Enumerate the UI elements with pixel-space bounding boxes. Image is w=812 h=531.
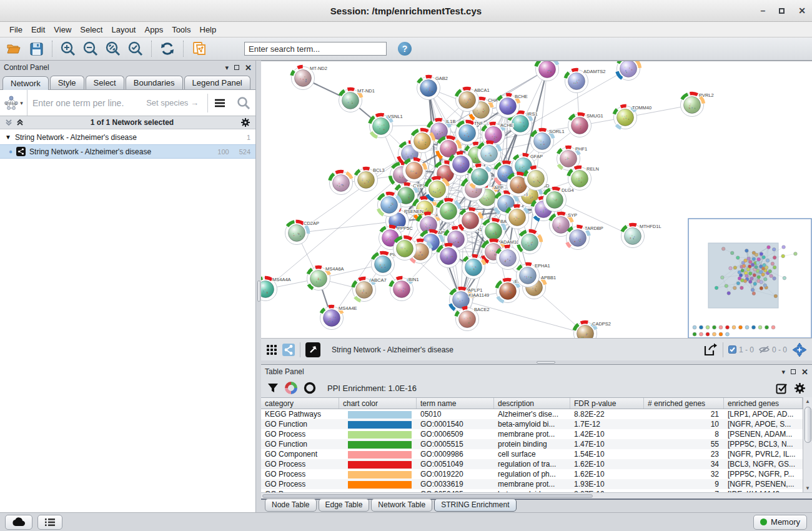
protein-node-abca7[interactable]: ABCA7 bbox=[353, 277, 387, 302]
protein-node-ms4a4e[interactable]: MS4A4E bbox=[320, 305, 357, 330]
minimize-button[interactable]: – bbox=[760, 6, 765, 15]
column-header-2[interactable]: term name bbox=[417, 398, 494, 409]
tab-legend-panel[interactable]: Legend Panel bbox=[184, 76, 250, 89]
close-panel-icon[interactable]: ✕ bbox=[801, 367, 808, 377]
export-network-icon[interactable] bbox=[703, 342, 718, 357]
protein-node-tomm40[interactable]: TOMM40 bbox=[614, 105, 652, 129]
tab-string-enrichment[interactable]: STRING Enrichment bbox=[434, 499, 516, 512]
save-session-icon[interactable] bbox=[26, 39, 46, 58]
cloud-tasks-button[interactable] bbox=[5, 515, 32, 530]
scroll-up-arrow[interactable]: ▲ bbox=[805, 397, 810, 405]
menu-item-help[interactable]: Help bbox=[196, 23, 221, 36]
table-row[interactable]: GO ProcessGO:0033619membrane prot...1.93… bbox=[261, 479, 803, 489]
column-header-5[interactable]: # enriched genes bbox=[644, 398, 724, 409]
share-view-icon[interactable] bbox=[282, 344, 295, 356]
protein-node-adamts2[interactable]: ADAMTS2 bbox=[565, 69, 606, 93]
float-panel-icon[interactable] bbox=[791, 369, 796, 374]
menu-item-view[interactable]: View bbox=[49, 23, 76, 36]
network-row-selected[interactable]: ● String Network - Alzheimer's disease 1… bbox=[0, 144, 255, 159]
column-header-0[interactable]: category bbox=[261, 398, 339, 409]
menu-item-layout[interactable]: Layout bbox=[107, 23, 140, 36]
refresh-icon[interactable] bbox=[157, 39, 177, 58]
protein-node[interactable] bbox=[497, 247, 520, 270]
protein-node[interactable] bbox=[536, 61, 559, 81]
network-options-gear-icon[interactable] bbox=[240, 117, 250, 127]
zoom-out-icon[interactable] bbox=[81, 39, 101, 58]
open-file-icon[interactable] bbox=[4, 39, 24, 58]
protein-node-bcl3[interactable]: BCL3 bbox=[355, 167, 385, 192]
scroll-down-arrow[interactable]: ▼ bbox=[805, 484, 810, 492]
memory-button[interactable]: Memory bbox=[753, 515, 807, 530]
expand-all-icon[interactable] bbox=[16, 119, 24, 126]
string-term-input[interactable] bbox=[27, 98, 146, 108]
tab-network[interactable]: Network bbox=[2, 76, 49, 90]
collapse-all-icon[interactable] bbox=[5, 119, 12, 126]
menu-item-file[interactable]: File bbox=[5, 23, 27, 36]
maximize-button[interactable] bbox=[779, 8, 785, 14]
filter-icon[interactable] bbox=[267, 382, 279, 394]
query-search-icon[interactable] bbox=[232, 96, 255, 110]
protein-node-phf1[interactable]: PHF1 bbox=[557, 146, 588, 171]
protein-node-bin1[interactable]: BIN1 bbox=[390, 277, 419, 301]
protein-node[interactable] bbox=[462, 256, 485, 279]
panel-splitter[interactable] bbox=[256, 61, 261, 512]
menu-item-tools[interactable]: Tools bbox=[167, 23, 195, 36]
menu-item-select[interactable]: Select bbox=[76, 23, 107, 36]
string-logo-icon[interactable]: STRING ▾ bbox=[0, 90, 27, 116]
protein-node[interactable] bbox=[426, 178, 449, 201]
table-row[interactable]: KEGG Pathways05010Alzheimer's dise...8.8… bbox=[261, 409, 803, 419]
menu-item-apps[interactable]: Apps bbox=[141, 23, 168, 36]
table-row[interactable]: GO FunctionGO:0001540beta-amyloid bi...1… bbox=[261, 419, 803, 429]
protein-node-mthfd1l[interactable]: MTHFD1L bbox=[621, 224, 661, 248]
panel-menu-icon[interactable]: ▾ bbox=[782, 368, 786, 376]
enrichment-table-header[interactable]: categorychart colorterm namedescriptionF… bbox=[261, 397, 803, 409]
protein-node-tnf[interactable]: TNF bbox=[456, 121, 483, 145]
protein-node-ms4a4a[interactable]: MS4A4A bbox=[261, 277, 291, 301]
protein-node[interactable] bbox=[437, 199, 460, 222]
protein-node[interactable] bbox=[525, 167, 548, 190]
protein-node-mt-nd2[interactable]: MT-ND2 bbox=[292, 66, 327, 90]
tab-network-table[interactable]: Network Table bbox=[371, 499, 432, 512]
column-header-4[interactable]: FDR p-value bbox=[570, 398, 644, 409]
tab-select[interactable]: Select bbox=[86, 76, 124, 89]
table-horizontal-scrollbar[interactable] bbox=[261, 492, 812, 499]
tab-style[interactable]: Style bbox=[50, 76, 84, 89]
help-icon[interactable]: ? bbox=[398, 42, 412, 56]
protein-node[interactable] bbox=[506, 206, 529, 229]
scroll-thumb[interactable] bbox=[805, 407, 811, 443]
protein-node-mt-nd1[interactable]: MT-ND1 bbox=[339, 88, 375, 112]
network-from-clipboard-icon[interactable] bbox=[189, 39, 209, 58]
zoom-fit-icon[interactable] bbox=[103, 39, 123, 58]
close-button[interactable]: ✕ bbox=[798, 6, 806, 15]
open-in-string-icon[interactable] bbox=[305, 342, 320, 357]
panel-menu-icon[interactable]: ▾ bbox=[225, 64, 229, 72]
protein-node[interactable] bbox=[478, 142, 501, 165]
birds-eye-view[interactable] bbox=[688, 219, 811, 338]
protein-node-pvrl2[interactable]: PVRL2 bbox=[681, 92, 714, 117]
set-species-link[interactable]: Set species → bbox=[146, 98, 207, 107]
select-rows-icon[interactable] bbox=[776, 382, 788, 394]
protein-node[interactable] bbox=[330, 171, 353, 194]
column-header-6[interactable]: enriched genes bbox=[724, 398, 803, 409]
protein-node[interactable] bbox=[459, 209, 482, 232]
table-row[interactable]: GO ProcessGO:0006509membrane prot...1.42… bbox=[261, 429, 803, 439]
float-panel-icon[interactable] bbox=[234, 65, 239, 70]
close-panel-icon[interactable]: ✕ bbox=[245, 63, 252, 72]
tree-expander-icon[interactable]: ▼ bbox=[5, 134, 11, 141]
zoom-selected-icon[interactable] bbox=[126, 39, 146, 58]
protein-node-dlg4[interactable]: DLG4 bbox=[543, 187, 574, 212]
protein-node-ms4a6a[interactable]: MS4A6A bbox=[307, 266, 344, 290]
ring-chart-icon[interactable] bbox=[304, 382, 316, 394]
table-row[interactable]: GO ProcessGO:0051049regulation of tra...… bbox=[261, 459, 803, 469]
protein-node[interactable] bbox=[518, 231, 542, 254]
menu-item-edit[interactable]: Edit bbox=[27, 23, 49, 36]
protein-node-bace2[interactable]: BACE2 bbox=[456, 307, 490, 331]
table-vertical-scrollbar[interactable]: ▲ ▼ bbox=[803, 397, 812, 492]
column-header-1[interactable]: chart color bbox=[339, 398, 417, 409]
table-splitter[interactable] bbox=[261, 360, 812, 364]
zoom-in-icon[interactable] bbox=[58, 39, 78, 58]
protein-node[interactable] bbox=[411, 129, 434, 152]
protein-node[interactable] bbox=[437, 245, 460, 268]
pie-chart-icon[interactable] bbox=[285, 382, 297, 394]
query-options-icon[interactable] bbox=[208, 98, 232, 108]
